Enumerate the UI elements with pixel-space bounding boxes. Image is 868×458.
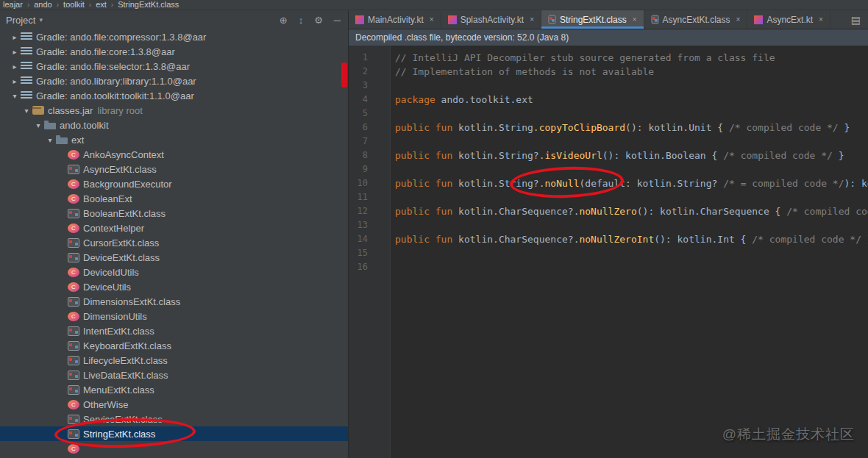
chevron-collapsed-icon[interactable]: ▸: [9, 48, 21, 56]
project-panel-title[interactable]: Project: [6, 15, 35, 26]
tree-item-label: KeyboardExtKt.class: [83, 340, 171, 351]
breadcrumb-separator: ›: [111, 1, 113, 9]
code-line[interactable]: [395, 107, 868, 121]
line-number[interactable]: 13: [349, 218, 390, 232]
code-line[interactable]: package ando.toolkit.ext: [395, 93, 868, 107]
code-line[interactable]: public fun kotlin.String?.isVideoUrl(): …: [395, 149, 868, 162]
breadcrumb-item-ext[interactable]: ext: [96, 0, 107, 9]
chevron-expanded-icon[interactable]: ▾: [9, 92, 21, 100]
code-line[interactable]: [395, 162, 868, 176]
chevron-collapsed-icon[interactable]: ▸: [9, 62, 21, 71]
tree-item-livedataextkt-class[interactable]: LiveDataExtKt.class: [0, 368, 348, 382]
tree-item-cursorextkt-class[interactable]: CursorExtKt.class: [0, 235, 348, 250]
tree-item-booleanextkt-class[interactable]: BooleanExtKt.class: [0, 206, 348, 221]
tree-item-deviceutils[interactable]: CDeviceUtils: [0, 279, 348, 294]
line-number[interactable]: 7: [349, 135, 390, 149]
tree-item-gradle-ando-file-selector-1-3-8-aar[interactable]: ▸Gradle: ando.file:selector:1.3.8@aar: [0, 59, 348, 74]
code-editor[interactable]: 12345678910111213141516 // IntelliJ API …: [349, 46, 868, 458]
code-line[interactable]: public fun kotlin.CharSequence?.noNullZe…: [395, 204, 868, 218]
tab-stringextkt-class[interactable]: StringExtKt.class×: [541, 10, 644, 29]
kotlin-class-icon: C: [68, 179, 79, 189]
line-number[interactable]: 4: [349, 93, 390, 107]
tree-item-deviceextkt-class[interactable]: DeviceExtKt.class: [0, 250, 348, 265]
hide-panel-icon[interactable]: ─: [334, 15, 341, 25]
tree-item-gradle-ando-library-library-1-1-0-aar[interactable]: ▸Gradle: ando.library:library:1.1.0@aar: [0, 74, 348, 88]
line-number[interactable]: 10: [349, 176, 390, 190]
line-number[interactable]: 2: [349, 65, 390, 79]
tree-item-keyboardextkt-class[interactable]: KeyboardExtKt.class: [0, 338, 348, 353]
tree-item-serviceextkt-class[interactable]: ServiceExtKt.class: [0, 412, 348, 426]
chevron-collapsed-icon[interactable]: ▸: [9, 77, 21, 85]
line-number[interactable]: 11: [349, 190, 390, 204]
line-number[interactable]: 6: [349, 121, 390, 135]
tree-item-contexthelper[interactable]: CContextHelper: [0, 221, 348, 235]
breadcrumb-item-leajar[interactable]: leajar: [3, 0, 23, 9]
code-line[interactable]: [395, 79, 868, 93]
line-number[interactable]: 5: [349, 107, 390, 121]
chevron-expanded-icon[interactable]: ▾: [21, 107, 32, 115]
tree-item-dimensionutils[interactable]: CDimensionUtils: [0, 309, 348, 323]
tab-splashactivity-kt[interactable]: SplashActivity.kt×: [441, 10, 541, 29]
tree-item-asyncextkt-class[interactable]: AsyncExtKt.class: [0, 162, 348, 176]
package-icon: [44, 123, 56, 129]
code-line[interactable]: public fun kotlin.CharSequence?.noNullZe…: [395, 232, 868, 246]
code-line[interactable]: public fun kotlin.String?.noNull(default…: [395, 176, 868, 190]
close-tab-icon[interactable]: ×: [633, 15, 637, 24]
line-number[interactable]: 12: [349, 204, 390, 218]
chevron-expanded-icon[interactable]: ▾: [44, 136, 56, 144]
line-number[interactable]: 14: [349, 232, 390, 246]
tree-item-gradle-ando-file-compressor-1-3-8-aar[interactable]: ▸Gradle: ando.file:compressor:1.3.8@aar: [0, 29, 348, 44]
line-number[interactable]: 1: [349, 51, 390, 65]
tree-item-ext[interactable]: ▾ext: [0, 132, 348, 147]
tree-item-stringextkt-class[interactable]: StringExtKt.class: [0, 426, 348, 441]
code-line[interactable]: // IntelliJ API Decompiler stub source g…: [395, 51, 868, 65]
tree-item-ando-toolkit[interactable]: ▾ando.toolkit: [0, 118, 348, 132]
line-number-gutter[interactable]: 12345678910111213141516: [349, 46, 391, 458]
class-file-icon: [68, 253, 79, 262]
line-number[interactable]: 16: [349, 260, 390, 274]
chevron-down-icon[interactable]: ▾: [39, 16, 43, 24]
code-line[interactable]: [395, 218, 868, 232]
tree-item-ankoasynccontext[interactable]: CAnkoAsyncContext: [0, 147, 348, 162]
line-number[interactable]: 3: [349, 79, 390, 93]
settings-gear-icon[interactable]: ⚙: [314, 15, 323, 25]
tree-item-otherwise[interactable]: COtherWise: [0, 397, 348, 412]
tree-item-dimensionsextkt-class[interactable]: DimensionsExtKt.class: [0, 294, 348, 309]
close-tab-icon[interactable]: ×: [819, 15, 823, 24]
tree-item-deviceidutils[interactable]: CDeviceIdUtils: [0, 265, 348, 279]
code-line[interactable]: [395, 135, 868, 149]
tree-item-gradle-ando-file-core-1-3-8-aar[interactable]: ▸Gradle: ando.file:core:1.3.8@aar: [0, 44, 348, 59]
code-content[interactable]: // IntelliJ API Decompiler stub source g…: [391, 46, 868, 458]
close-tab-icon[interactable]: ×: [736, 15, 741, 24]
breadcrumb-item-stringextkt-class[interactable]: StringExtKt.class: [118, 0, 179, 9]
tab-mainactivity-kt[interactable]: MainActivity.kt×: [349, 10, 441, 29]
chevron-expanded-icon[interactable]: ▾: [32, 121, 44, 129]
close-tab-icon[interactable]: ×: [530, 15, 534, 24]
code-line[interactable]: public fun kotlin.String.copyToClipBoard…: [395, 121, 868, 135]
code-line[interactable]: [395, 246, 868, 260]
line-number[interactable]: 9: [349, 162, 390, 176]
close-tab-icon[interactable]: ×: [430, 15, 434, 24]
tab-asyncextkt-class[interactable]: AsyncExtKt.class×: [644, 10, 748, 29]
tree-item-gradle-ando-toolkit-toolkit-1-1-0-aar[interactable]: ▾Gradle: ando.toolkit:toolkit:1.1.0@aar: [0, 88, 348, 103]
line-number[interactable]: 8: [349, 149, 390, 162]
tree-item-booleanext[interactable]: CBooleanExt: [0, 191, 348, 206]
tree-item-intentextkt-class[interactable]: IntentExtKt.class: [0, 323, 348, 338]
tree-item-classes-jar[interactable]: ▾classes.jarlibrary root: [0, 103, 348, 118]
tree-item-backgroundexecutor[interactable]: CBackgroundExecutor: [0, 176, 348, 191]
code-line[interactable]: [395, 260, 868, 274]
tab-asyncext-kt[interactable]: AsyncExt.kt×: [747, 10, 830, 29]
class-file-icon: [651, 15, 658, 24]
line-number[interactable]: 15: [349, 246, 390, 260]
code-line[interactable]: // Implementation of methods is not avai…: [395, 65, 868, 79]
chevron-collapsed-icon[interactable]: ▸: [9, 33, 21, 41]
locate-icon[interactable]: ⊕: [280, 15, 288, 25]
collapse-all-icon[interactable]: ↕: [299, 15, 304, 25]
breadcrumb-item-ando[interactable]: ando: [34, 0, 51, 9]
tree-item-menuextkt-class[interactable]: MenuExtKt.class: [0, 382, 348, 397]
hide-windows-icon[interactable]: ▤: [851, 14, 861, 26]
breadcrumb-item-toolkit[interactable]: toolkit: [63, 0, 85, 9]
code-line[interactable]: [395, 190, 868, 204]
tree-item-partial[interactable]: C: [0, 441, 348, 456]
tree-item-lifecycleextkt-class[interactable]: LifecycleExtKt.class: [0, 353, 348, 368]
